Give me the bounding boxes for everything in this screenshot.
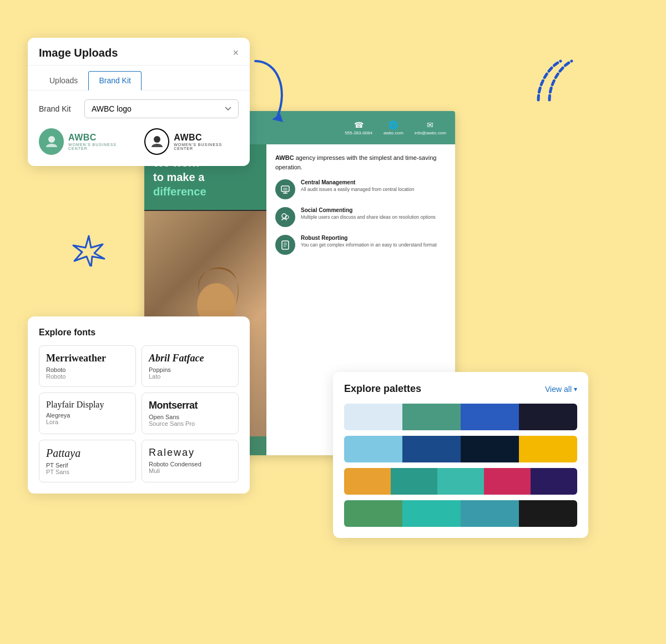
robust-reporting-text: Robust Reporting You can get complex inf… xyxy=(301,235,446,249)
brochure-tagline-text: agency impresses with the simplest and t… xyxy=(275,154,436,170)
view-all-label: View all xyxy=(545,385,572,394)
logo-black: AWBC WOMEN'S BUSINESS CENTER xyxy=(144,128,239,155)
awbc-black-text: AWBC WOMEN'S BUSINESS CENTER xyxy=(174,133,239,150)
font-sub1-playfair: Alegreya xyxy=(46,412,129,419)
email-icon: ✉ xyxy=(427,120,433,129)
palette-swatch xyxy=(402,500,461,527)
palette-swatch xyxy=(461,436,519,462)
fonts-panel: Explore fonts Merriweather Roboto Roboto… xyxy=(28,316,250,494)
font-card-playfair[interactable]: Playfair Display Alegreya Lora xyxy=(39,393,136,434)
palette-swatch xyxy=(461,500,519,527)
palettes-panel: Explore palettes View all ▾ xyxy=(333,372,588,538)
palette-swatch xyxy=(402,436,461,462)
close-button[interactable]: × xyxy=(233,47,239,59)
email-text: info@awbc.com xyxy=(415,130,446,135)
web-text: awbc.com xyxy=(384,130,403,135)
font-sub2-abril: Lato xyxy=(149,373,231,380)
panel-header: Image Uploads × xyxy=(28,38,250,66)
palette-swatch xyxy=(484,468,531,495)
palette-row-4[interactable] xyxy=(344,500,577,527)
svg-point-2 xyxy=(154,136,160,143)
fonts-title: Explore fonts xyxy=(39,328,239,338)
social-commenting-desc: Multiple users can discuss and share ide… xyxy=(301,214,446,221)
brochure-tagline-bold: AWBC xyxy=(275,154,294,161)
font-card-pattaya[interactable]: Pattaya PT Serif PT Sans xyxy=(39,440,136,482)
tab-brand-kit[interactable]: Brand Kit xyxy=(88,71,142,90)
font-main-abril: Abril Fatface xyxy=(149,353,231,364)
palette-swatch xyxy=(519,436,577,462)
font-card-merriweather[interactable]: Merriweather Roboto Roboto xyxy=(39,345,136,387)
awbc-green-icon xyxy=(39,128,64,155)
central-management-desc: All audit issues a easily managed from c… xyxy=(301,187,446,193)
tab-uploads[interactable]: Uploads xyxy=(39,71,88,90)
chevron-down-icon: ▾ xyxy=(574,385,577,393)
logo-grid: AWBC WOMEN'S BUSINESS CENTER AWBC WOMEN'… xyxy=(39,128,239,155)
font-main-pattaya: Pattaya xyxy=(46,447,129,460)
font-sub2-pattaya: PT Sans xyxy=(46,469,129,475)
phone-icon: ☎ xyxy=(354,120,364,129)
phone-text: 555-283-0084 xyxy=(345,130,372,135)
contact-phone: ☎ 555-283-0084 xyxy=(345,120,372,135)
social-commenting-icon xyxy=(275,207,295,227)
social-commenting-text: Social Commenting Multiple users can dis… xyxy=(301,207,446,221)
palette-swatch xyxy=(461,404,519,430)
palette-swatch xyxy=(344,500,402,527)
arrow-down-decoration xyxy=(244,56,305,124)
palette-swatch xyxy=(344,436,402,462)
font-sub1-abril: Poppins xyxy=(149,366,231,373)
font-card-abril[interactable]: Abril Fatface Poppins Lato xyxy=(142,345,239,387)
awbc-green-text: AWBC WOMEN'S BUSINESS CENTER xyxy=(68,133,133,150)
palette-swatch xyxy=(391,468,437,495)
headline-line2: to make a xyxy=(153,171,204,183)
font-sub1-raleway: Roboto Condensed xyxy=(149,461,231,467)
font-card-raleway[interactable]: Raleway Roboto Condensed Muli xyxy=(142,440,239,482)
font-sub1-merriweather: Roboto xyxy=(46,366,129,373)
font-sub2-raleway: Muli xyxy=(149,467,231,474)
palette-row-1[interactable] xyxy=(344,404,577,430)
contact-email: ✉ info@awbc.com xyxy=(415,120,446,135)
palette-swatch xyxy=(344,468,391,495)
panel-title: Image Uploads xyxy=(39,47,118,59)
awbc-black-name: AWBC xyxy=(174,133,239,143)
font-main-raleway: Raleway xyxy=(149,447,231,459)
font-sub2-merriweather: Roboto xyxy=(46,373,129,380)
palettes-title: Explore palettes xyxy=(344,383,421,395)
palette-swatch xyxy=(519,404,577,430)
font-sub1-pattaya: PT Serif xyxy=(46,462,129,469)
headline-diff: difference xyxy=(153,185,206,198)
arrow-dashes-decoration xyxy=(533,56,577,108)
awbc-green-name: AWBC xyxy=(68,133,133,143)
palette-row-3[interactable] xyxy=(344,468,577,495)
font-card-montserrat[interactable]: Montserrat Open Sans Source Sans Pro xyxy=(142,393,239,434)
font-main-montserrat: Montserrat xyxy=(149,400,231,411)
awbc-green-sub: WOMEN'S BUSINESS CENTER xyxy=(68,143,133,150)
font-sub2-playfair: Lora xyxy=(46,419,129,425)
view-all-button[interactable]: View all ▾ xyxy=(545,385,577,394)
robust-reporting-icon xyxy=(275,235,295,255)
star-decoration xyxy=(72,233,105,269)
palettes-header: Explore palettes View all ▾ xyxy=(344,383,577,395)
palette-swatch xyxy=(344,404,402,430)
brochure-contact: ☎ 555-283-0084 🌐 awbc.com ✉ info@awbc.co… xyxy=(345,120,446,135)
panel-body: Brand Kit AWBC logo AWBC logo dark AWBC … xyxy=(28,90,250,166)
social-commenting-title: Social Commenting xyxy=(301,207,446,213)
awbc-black-sub: WOMEN'S BUSINESS CENTER xyxy=(174,143,239,150)
font-sub2-montserrat: Source Sans Pro xyxy=(149,420,231,427)
logo-green: AWBC WOMEN'S BUSINESS CENTER xyxy=(39,128,133,155)
font-sub1-montserrat: Open Sans xyxy=(149,414,231,420)
brand-kit-select[interactable]: AWBC logo AWBC logo dark AWBC horizontal xyxy=(84,99,239,118)
central-management-text: Central Management All audit issues a ea… xyxy=(301,179,446,193)
robust-reporting-title: Robust Reporting xyxy=(301,235,446,241)
image-uploads-panel: Image Uploads × Uploads Brand Kit Brand … xyxy=(28,38,250,166)
brochure-tagline: AWBC agency impresses with the simplest … xyxy=(275,153,446,172)
palette-row-2[interactable] xyxy=(344,436,577,462)
palette-swatch xyxy=(402,404,461,430)
palette-swatch xyxy=(437,468,484,495)
central-management-title: Central Management xyxy=(301,179,446,185)
brand-kit-label: Brand Kit xyxy=(39,104,78,113)
brand-kit-row: Brand Kit AWBC logo AWBC logo dark AWBC … xyxy=(39,99,239,118)
fonts-grid: Merriweather Roboto Roboto Abril Fatface… xyxy=(39,345,239,482)
font-main-playfair: Playfair Display xyxy=(46,400,129,410)
web-icon: 🌐 xyxy=(389,120,398,129)
feature-social-commenting: Social Commenting Multiple users can dis… xyxy=(275,207,446,227)
